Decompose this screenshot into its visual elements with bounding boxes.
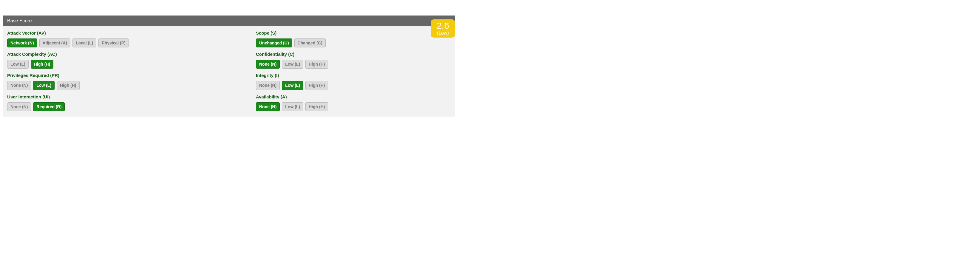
option-network-n[interactable]: Network (N) <box>7 38 37 48</box>
option-none-n[interactable]: None (N) <box>256 60 280 68</box>
metric-title: Scope (S) <box>256 30 451 35</box>
option-high-h[interactable]: High (H) <box>305 102 328 111</box>
option-adjacent-a[interactable]: Adjacent (A) <box>39 38 70 48</box>
option-high-h[interactable]: High (H) <box>57 81 80 90</box>
metrics-right-column: Scope (S)Unchanged (U)Changed (C)Confide… <box>256 30 451 111</box>
metric-confidentiality-c: Confidentiality (C)None (N)Low (L)High (… <box>256 52 451 68</box>
metric-title: Availability (A) <box>256 94 451 99</box>
metrics-left-column: Attack Vector (AV)Network (N)Adjacent (A… <box>7 30 256 111</box>
metric-options: None (N)Low (L)High (H) <box>7 81 256 90</box>
metric-title: Privileges Required (PR) <box>7 73 256 78</box>
cvss-calculator: 2.6 (Low) Base Score Attack Vector (AV)N… <box>0 16 458 117</box>
option-physical-p[interactable]: Physical (P) <box>99 38 129 48</box>
metric-options: Network (N)Adjacent (A)Local (L)Physical… <box>7 38 256 48</box>
metric-user-interaction-ui: User Interaction (UI)None (N)Required (R… <box>7 94 256 111</box>
option-none-n[interactable]: None (N) <box>256 102 280 111</box>
metric-integrity-i: Integrity (I)None (N)Low (L)High (H) <box>256 73 451 90</box>
metric-options: Unchanged (U)Changed (C) <box>256 38 451 48</box>
option-required-r[interactable]: Required (R) <box>33 102 65 111</box>
metric-title: Attack Complexity (AC) <box>7 52 256 57</box>
metric-options: None (N)Required (R) <box>7 102 256 111</box>
score-severity: (Low) <box>437 30 449 36</box>
metric-options: None (N)Low (L)High (H) <box>256 102 451 111</box>
option-low-l[interactable]: Low (L) <box>282 60 303 68</box>
score-badge: 2.6 (Low) <box>431 19 455 38</box>
metric-title: Confidentiality (C) <box>256 52 451 57</box>
metric-title: Integrity (I) <box>256 73 451 78</box>
option-high-h[interactable]: High (H) <box>305 81 328 90</box>
option-changed-c[interactable]: Changed (C) <box>294 38 326 48</box>
metric-privileges-required-pr: Privileges Required (PR)None (N)Low (L)H… <box>7 73 256 90</box>
option-local-l[interactable]: Local (L) <box>72 38 96 48</box>
option-none-n[interactable]: None (N) <box>7 102 31 111</box>
metric-scope-s: Scope (S)Unchanged (U)Changed (C) <box>256 30 451 48</box>
score-value: 2.6 <box>437 21 449 30</box>
metric-title: User Interaction (UI) <box>7 94 256 99</box>
metric-availability-a: Availability (A)None (N)Low (L)High (H) <box>256 94 451 111</box>
option-low-l[interactable]: Low (L) <box>33 81 54 90</box>
metric-options: None (N)Low (L)High (H) <box>256 60 451 68</box>
panel-body: Attack Vector (AV)Network (N)Adjacent (A… <box>3 26 455 117</box>
option-high-h[interactable]: High (H) <box>305 60 328 68</box>
option-high-h[interactable]: High (H) <box>31 60 53 68</box>
option-none-n[interactable]: None (N) <box>7 81 31 90</box>
option-none-n[interactable]: None (N) <box>256 81 280 90</box>
base-score-panel: Base Score Attack Vector (AV)Network (N)… <box>3 16 455 117</box>
metric-attack-complexity-ac: Attack Complexity (AC)Low (L)High (H) <box>7 52 256 68</box>
panel-title: Base Score <box>3 16 455 26</box>
metric-attack-vector-av: Attack Vector (AV)Network (N)Adjacent (A… <box>7 30 256 48</box>
option-low-l[interactable]: Low (L) <box>282 102 303 111</box>
metric-options: None (N)Low (L)High (H) <box>256 81 451 90</box>
option-unchanged-u[interactable]: Unchanged (U) <box>256 38 292 48</box>
metrics-columns: Attack Vector (AV)Network (N)Adjacent (A… <box>7 30 451 111</box>
metric-options: Low (L)High (H) <box>7 60 256 68</box>
option-low-l[interactable]: Low (L) <box>7 60 29 68</box>
option-low-l[interactable]: Low (L) <box>282 81 303 90</box>
metric-title: Attack Vector (AV) <box>7 30 256 35</box>
